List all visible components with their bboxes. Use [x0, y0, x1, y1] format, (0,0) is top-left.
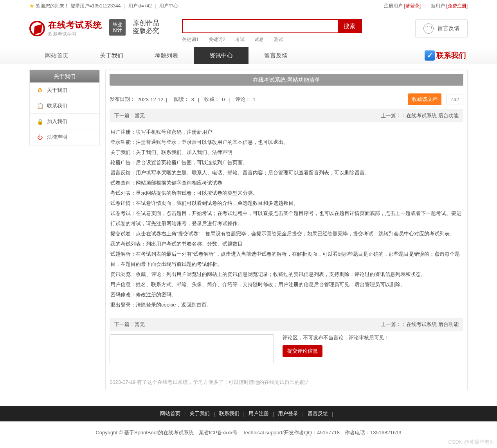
article-paragraph: 试题解析：在考试列表的最后一列有“试卷解析”，点击进入当前选中试卷的解析，在解析…: [110, 249, 463, 269]
sidebar-item-label: 加入我们: [47, 118, 67, 125]
article-paragraph: 关于我们：关于我们、联系我们、加入我们、法律声明: [110, 147, 463, 158]
header: 在线考试系统 欢迎考试学习 毕业 设计 原创作品 盗版必究 搜索 关键词1 关键…: [29, 12, 468, 47]
badge-line: 毕业: [113, 22, 122, 27]
article-nav-top: 下一篇： 暂无 上一篇： ：在线考试系统 后台功能: [110, 109, 463, 122]
next-label: 下一篇：: [114, 112, 135, 119]
site-name: 在线考试系统: [48, 19, 102, 31]
prev-link[interactable]: ：在线考试系统 后台功能: [401, 321, 459, 328]
comment-label: 评论：: [235, 96, 250, 103]
badge-line: 设计: [113, 27, 122, 33]
nav-news[interactable]: 资讯中心: [194, 47, 248, 64]
next-link[interactable]: 暂无: [135, 321, 145, 328]
pub-label: 发布日期：: [110, 96, 135, 103]
article-paragraph: 试卷查询：网站顶部根据关键字查询相应考试试卷: [110, 178, 463, 188]
search-keywords: 关键词1 关键词2 考试 试卷 测试: [182, 36, 362, 43]
headset-icon: [423, 23, 434, 34]
sidebar-item-legal[interactable]: ⏻ 法律声明: [30, 129, 99, 145]
sidebar-item-contact[interactable]: 📋 联系我们: [30, 98, 99, 114]
read-count: 3: [191, 97, 194, 102]
comment-input[interactable]: [110, 334, 274, 363]
logo[interactable]: 在线考试系统 欢迎考试学习: [29, 19, 102, 38]
keyword-link[interactable]: 关键词1: [182, 37, 199, 42]
user-id: 用户id=742: [128, 3, 152, 9]
article-paragraph: 登录功能：注册普通账号登录；登录后可以修改用户的基本信息，也可以退出。: [110, 137, 463, 147]
nav-questions[interactable]: 考题列表: [139, 47, 194, 64]
count-742: 742: [446, 95, 463, 104]
sidebar-item-join[interactable]: 🔒 加入我们: [30, 114, 99, 129]
sidebar-item-label: 联系我们: [47, 102, 67, 109]
article-paragraph: 试卷考试：在试卷页面，点击题目，开始考试；在考试过程中，可以直接点击某个题目序号…: [110, 208, 463, 229]
sidebar-item-label: 关于我们: [47, 87, 67, 94]
keyword-link[interactable]: 考试: [235, 37, 245, 42]
topbar: ★ 欢迎您的到来！ 登录用户=13511223344 | 用户id=742 | …: [0, 0, 497, 12]
footer-nav: 网站首页|关于我们|联系我们|用户注册|用户登录|留言反馈|: [0, 406, 497, 421]
contact-label: 联系我们: [436, 50, 466, 61]
fav-count: 0: [222, 97, 225, 102]
article-paragraph: 退出登录：清除登录的cookie，返回到首页。: [110, 300, 463, 310]
comment-form: 评论区，不可发布不当言论；评论审核后可见！ 提交评论信息: [110, 334, 463, 363]
keyword-link[interactable]: 测试: [274, 37, 283, 42]
divider: |: [155, 3, 156, 9]
footer-link[interactable]: 关于我们: [189, 410, 210, 417]
search-button[interactable]: 搜索: [338, 20, 361, 32]
slogan: 原创作品 盗版必究: [133, 19, 159, 35]
user-center-link[interactable]: 用户中心: [159, 3, 178, 9]
article-paragraph: 轮播广告：后台设置首页轮播广告图，可以连接到广告页面。: [110, 158, 463, 168]
keyword-link[interactable]: 试卷: [254, 37, 264, 42]
checkmark-icon: ✓: [425, 50, 435, 61]
article-title: 在线考试系统 网站功能清单: [110, 74, 463, 86]
design-badge: 毕业 设计: [109, 19, 126, 36]
lock-icon: 🔒: [37, 118, 43, 125]
comment-tip: 评论区，不可发布不当言论；评论审核后可见！: [283, 334, 389, 341]
keyword-link[interactable]: 关键词2: [209, 37, 225, 42]
article-meta: 发布日期： 2023-12-12| 阅读： 3 | 收藏： 0 | 评论： 1 …: [110, 93, 463, 105]
slogan-line: 原创作品: [133, 19, 159, 27]
article-paragraph: 提交试卷：点击在试卷右上角“提交试卷”，如果没有答题完毕，会提示回答完全后提交；…: [110, 229, 463, 239]
star-icon: ★: [29, 3, 34, 9]
comment-count: 1: [253, 97, 256, 102]
footer-link[interactable]: 网站首页: [160, 410, 180, 417]
pub-date: 2023-12-12: [137, 97, 164, 102]
sidebar-item-about[interactable]: ✪ 关于我们: [30, 82, 99, 98]
nav-home[interactable]: 网站首页: [29, 47, 84, 64]
login-link[interactable]: [请登录]: [404, 3, 421, 9]
login-user: 登录用户=13511223344: [70, 3, 121, 9]
footer-link[interactable]: 留言反馈: [308, 410, 328, 417]
article-paragraph: 试卷详情：在试卷详情页面，我们可以看到试卷的介绍，单选题数目和多选题数目。: [110, 198, 463, 208]
divider: |: [124, 3, 125, 9]
new-user-label: 新用户: [431, 3, 445, 9]
article-paragraph: 密码修改：修改注册的密码。: [110, 290, 463, 300]
article-paragraph: 用户注册：填写手机账号和密码，注册新用户: [110, 127, 463, 137]
fav-label: 收藏：: [204, 96, 220, 103]
register-link[interactable]: [免费注册]: [446, 3, 468, 9]
article-paragraph: 考试列表：显示网站提供的所有试卷；可以按试卷的类型来分类。: [110, 188, 463, 198]
article-nav-bottom: 下一篇： 暂无 上一篇： ：在线考试系统 后台功能: [110, 318, 463, 331]
submit-comment-button[interactable]: 提交评论信息: [283, 345, 322, 357]
search-input[interactable]: [183, 20, 338, 32]
divider: |: [425, 3, 426, 9]
nav-about[interactable]: 关于我们: [84, 47, 139, 64]
article-paragraph: 留言反馈：用户填写李哭咽的主题、联系人、电话、邮箱、留言内容；后台管理可以查看留…: [110, 168, 463, 178]
feedback-label: 留言反馈: [438, 25, 459, 32]
nav-contact[interactable]: ✓ 联系我们: [425, 47, 468, 64]
sidebar-item-label: 法律声明: [47, 134, 67, 141]
prev-link[interactable]: ：在线考试系统 后台功能: [401, 112, 459, 119]
power-icon: ⏻: [37, 134, 43, 140]
next-link[interactable]: 暂无: [135, 112, 145, 119]
footer-link[interactable]: 用户注册: [248, 410, 269, 417]
footer-link[interactable]: 联系我们: [219, 410, 239, 417]
search-box: 搜索: [182, 19, 362, 33]
footer-info: Copyright © 基于SprintBoot的在线考试系统 某省ICP备xx…: [29, 421, 468, 448]
favorite-button[interactable]: 收藏该文档: [408, 93, 441, 105]
footer-link[interactable]: 用户登录: [278, 410, 298, 417]
main-nav: 网站首页 关于我们 考题列表 资讯中心 留言反馈 ✓ 联系我们: [0, 47, 497, 64]
feedback-button[interactable]: 留言反馈: [415, 19, 468, 38]
article-body: 用户注册：填写手机账号和密码，注册新用户登录功能：注册普通账号登录；登录后可以修…: [110, 122, 463, 315]
nav-feedback[interactable]: 留言反馈: [248, 47, 303, 64]
content: 在线考试系统 网站功能清单 发布日期： 2023-12-12| 阅读： 3 | …: [105, 70, 468, 390]
sidebar-title: 关于我们: [30, 70, 99, 82]
clipboard-icon: 📋: [37, 103, 43, 109]
slogan-line: 盗版必究: [133, 27, 159, 35]
sidebar: 关于我们 ✪ 关于我们 📋 联系我们 🔒 加入我们 ⏻ 法律声明: [29, 70, 100, 145]
prev-label: 上一篇：: [381, 112, 401, 119]
